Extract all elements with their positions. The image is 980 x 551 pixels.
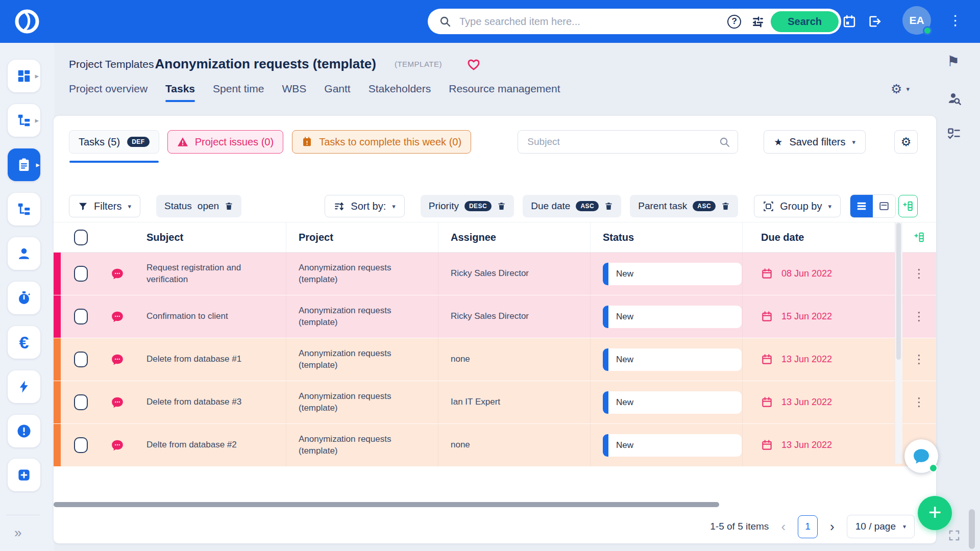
add-new-fab[interactable]: + xyxy=(918,496,952,530)
filters-button[interactable]: Filters ▾ xyxy=(69,195,140,217)
column-header-status[interactable]: Status xyxy=(591,222,743,252)
trash-icon[interactable] xyxy=(604,202,613,211)
table-horizontal-scrollbar[interactable] xyxy=(54,502,719,507)
table-row[interactable]: Confirmation to client Anonymization req… xyxy=(54,295,936,338)
task-subject[interactable]: Request registration and verification xyxy=(146,262,286,285)
sidebar-item-wbs[interactable] xyxy=(8,193,40,226)
table-row[interactable]: Delete from database #3 Anonymization re… xyxy=(54,381,936,424)
comments-icon[interactable] xyxy=(101,311,134,323)
column-header-due-date[interactable]: Due date xyxy=(743,222,902,252)
task-subject[interactable]: Delte from database #2 xyxy=(146,439,246,450)
tab-tasks-this-week[interactable]: Tasks to complete this week (0) xyxy=(292,130,471,154)
page-size-select[interactable]: 10 / page ▾ xyxy=(847,515,915,538)
row-checkbox[interactable] xyxy=(74,437,88,453)
fullscreen-icon[interactable] xyxy=(948,530,960,541)
next-page-button[interactable]: › xyxy=(830,520,835,533)
row-menu-button[interactable]: ⋮ xyxy=(913,268,925,280)
comments-icon[interactable] xyxy=(101,396,134,409)
search-filters-icon[interactable] xyxy=(751,15,765,28)
status-pill[interactable]: New xyxy=(603,348,742,371)
comments-icon[interactable] xyxy=(101,354,134,366)
checklist-icon[interactable] xyxy=(947,127,961,141)
add-column-button[interactable] xyxy=(898,195,918,217)
table-row[interactable]: Delete from database #1 Anonymization re… xyxy=(54,338,936,381)
page-settings-button[interactable]: ⚙ ▾ xyxy=(891,82,910,96)
filter-chip-status[interactable]: Status open xyxy=(156,195,241,217)
row-menu-button[interactable]: ⋮ xyxy=(913,311,925,322)
app-logo[interactable] xyxy=(13,8,41,35)
sidebar-item-finance[interactable]: € xyxy=(8,326,40,359)
task-subject[interactable]: Confirmation to client xyxy=(146,311,237,322)
sidebar-item-quick-actions[interactable] xyxy=(8,370,40,403)
table-vertical-scrollbar[interactable] xyxy=(895,222,902,464)
sort-chip-priority[interactable]: Priority DESC xyxy=(421,195,514,217)
saved-filters-button[interactable]: ★ Saved filters ▾ xyxy=(764,130,866,154)
comments-icon[interactable] xyxy=(101,439,134,452)
row-menu-button[interactable]: ⋮ xyxy=(913,396,925,408)
search-button[interactable]: Search xyxy=(771,11,839,32)
page-scrollbar-thumb[interactable] xyxy=(969,509,975,549)
help-icon[interactable]: ? xyxy=(727,15,741,29)
scrollbar-thumb[interactable] xyxy=(896,223,901,360)
avatar[interactable]: EA xyxy=(902,6,931,35)
tab-project-issues[interactable]: Project issues (0) xyxy=(167,130,284,154)
column-header-subject[interactable]: Subject xyxy=(134,222,286,252)
sidebar-item-time-tracking[interactable] xyxy=(8,282,40,314)
tab-tasks[interactable]: Tasks xyxy=(165,83,195,100)
table-row[interactable]: Delte from database #2 Anonymization req… xyxy=(54,424,936,467)
status-pill[interactable]: New xyxy=(603,434,742,457)
table-view-toggle[interactable] xyxy=(850,195,873,217)
column-header-assignee[interactable]: Assignee xyxy=(438,222,591,252)
sidebar-item-projects-tree[interactable]: ▸ xyxy=(8,104,40,137)
tab-project-overview[interactable]: Project overview xyxy=(69,83,148,100)
table-row[interactable]: Request registration and verification An… xyxy=(54,253,936,295)
tab-wbs[interactable]: WBS xyxy=(282,83,306,100)
sidebar-item-dashboards[interactable]: ▸ xyxy=(8,60,40,92)
row-checkbox[interactable] xyxy=(74,309,88,324)
tab-stakeholders[interactable]: Stakeholders xyxy=(369,83,431,100)
comments-icon[interactable] xyxy=(101,268,134,280)
trash-icon[interactable] xyxy=(497,202,506,211)
tab-resource-management[interactable]: Resource management xyxy=(449,83,560,100)
task-subject[interactable]: Delete from database #1 xyxy=(146,354,251,365)
tab-tasks-filter[interactable]: Tasks (5) DEF xyxy=(69,130,159,154)
trash-icon[interactable] xyxy=(225,202,233,211)
row-checkbox[interactable] xyxy=(74,352,88,367)
select-all-checkbox[interactable] xyxy=(74,230,88,245)
flag-icon[interactable]: ⚑ xyxy=(947,53,960,70)
sidebar-item-users[interactable] xyxy=(8,237,40,270)
global-search-input[interactable] xyxy=(458,15,723,28)
status-pill[interactable]: New xyxy=(603,263,742,285)
favorite-heart-icon[interactable] xyxy=(467,58,481,71)
sidebar-item-tasks[interactable]: ▸ xyxy=(8,148,40,181)
subject-search-input[interactable] xyxy=(526,136,719,148)
chat-widget-button[interactable] xyxy=(904,439,938,473)
group-by-button[interactable]: Group by ▾ xyxy=(754,195,841,217)
task-subject[interactable]: Delete from database #3 xyxy=(146,396,251,408)
row-checkbox[interactable] xyxy=(74,266,88,282)
breadcrumb-parent[interactable]: Project Templates xyxy=(69,58,154,70)
sort-chip-parent-task[interactable]: Parent task ASC xyxy=(630,195,738,217)
sort-chip-due-date[interactable]: Due date ASC xyxy=(523,195,621,217)
status-pill[interactable]: New xyxy=(603,391,742,414)
sidebar-collapse-button[interactable]: » xyxy=(14,525,21,541)
user-search-icon[interactable] xyxy=(947,91,962,106)
card-view-toggle[interactable] xyxy=(873,195,895,217)
column-header-project[interactable]: Project xyxy=(286,222,438,252)
tab-spent-time[interactable]: Spent time xyxy=(213,83,264,100)
trash-icon[interactable] xyxy=(721,202,730,211)
logout-icon[interactable] xyxy=(868,14,882,29)
header-add-column[interactable] xyxy=(902,232,936,243)
header-more-menu[interactable]: ⋮ xyxy=(948,12,962,29)
tab-gantt[interactable]: Gantt xyxy=(324,83,350,100)
list-settings-button[interactable]: ⚙ xyxy=(894,130,918,154)
sidebar-item-alerts[interactable] xyxy=(8,415,40,447)
calendar-icon[interactable] xyxy=(842,14,856,29)
current-page-button[interactable]: 1 xyxy=(798,515,818,538)
previous-page-button[interactable]: ‹ xyxy=(781,520,786,533)
sort-by-button[interactable]: Sort by: ▾ xyxy=(325,195,404,217)
status-pill[interactable]: New xyxy=(603,306,742,328)
row-checkbox[interactable] xyxy=(74,394,88,410)
sidebar-item-add-new[interactable] xyxy=(8,459,40,491)
row-menu-button[interactable]: ⋮ xyxy=(913,354,925,365)
